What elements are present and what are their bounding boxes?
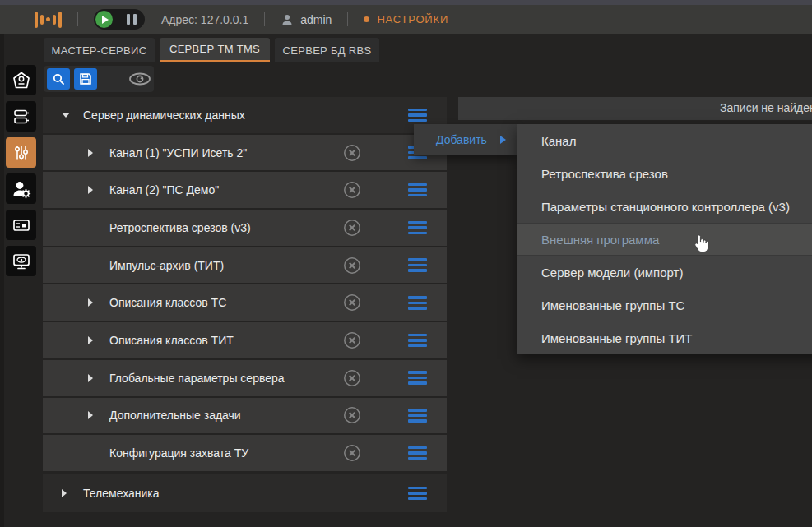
sidebar-item-card[interactable] xyxy=(6,210,36,240)
tab-master-service[interactable]: МАСТЕР-СЕРВИС xyxy=(44,38,155,62)
divider xyxy=(77,12,78,26)
expand-arrow-icon[interactable] xyxy=(88,411,95,419)
row-menu-icon[interactable] xyxy=(408,183,427,197)
row-menu-icon[interactable] xyxy=(408,371,427,385)
delete-button[interactable] xyxy=(343,294,361,312)
row-menu-icon[interactable] xyxy=(408,221,427,235)
eye-icon xyxy=(128,72,152,86)
add-submenu: Канал Ретроспектива срезов Параметры ста… xyxy=(517,124,812,354)
expand-arrow-icon[interactable] xyxy=(62,489,69,497)
tree-row-ts-classes[interactable]: Описания классов ТС xyxy=(43,284,447,322)
config-tree: Сервер динамических данных Канал (1) "УС… xyxy=(43,97,447,512)
menu-item-label: Канал xyxy=(541,134,576,148)
row-menu-icon[interactable] xyxy=(408,334,427,348)
settings-link[interactable]: НАСТРОЙКИ xyxy=(364,13,448,25)
expand-arrow-icon[interactable] xyxy=(88,149,95,157)
sidebar-item-servers[interactable] xyxy=(6,101,36,132)
server-stack-icon xyxy=(12,107,31,127)
tree-row-retrospective[interactable]: Ретроспектива срезов (v3) xyxy=(43,210,447,247)
delete-button[interactable] xyxy=(343,257,361,275)
divider xyxy=(347,12,348,26)
menu-item-external-program[interactable]: Внешняя программа xyxy=(517,223,812,256)
tree-row-label: Дополнительные задачи xyxy=(109,409,241,422)
tree-row-label: Сервер динамических данных xyxy=(83,109,245,122)
menu-item-label: Параметры станционного контроллера (v3) xyxy=(541,200,790,214)
delete-circle-icon xyxy=(343,144,361,162)
tab-server-bd-rbs[interactable]: СЕРВЕР БД RBS xyxy=(275,38,379,62)
menu-item-label: Именованные группы ТИТ xyxy=(541,331,693,345)
expand-arrow-icon[interactable] xyxy=(88,374,95,382)
sidebar-item-badge[interactable] xyxy=(6,65,36,95)
tree-row-label: Конфигурация захвата ТУ xyxy=(109,446,248,460)
tree-toolbar xyxy=(44,66,154,92)
delete-button[interactable] xyxy=(343,181,361,199)
tree-row-global-params[interactable]: Глобальные параметры сервера xyxy=(43,360,447,398)
delete-circle-icon xyxy=(343,444,361,462)
menu-item-model-server-import[interactable]: Сервер модели (импорт) xyxy=(517,256,812,289)
mouse-cursor-icon xyxy=(692,233,710,257)
tree-row-telemechanics[interactable]: Телемеханика xyxy=(43,474,447,512)
tree-row-impulse-archive[interactable]: Импульс-архив (ТИТ) xyxy=(43,247,447,285)
tab-label: СЕРВЕР ТМ TMS xyxy=(169,43,260,55)
tree-row-tit-classes[interactable]: Описания классов ТИТ xyxy=(43,322,447,360)
delete-button[interactable] xyxy=(343,331,361,349)
card-icon xyxy=(12,215,31,235)
sidebar-item-monitor[interactable] xyxy=(6,246,36,276)
menu-item-retrospective[interactable]: Ретроспектива срезов xyxy=(517,157,812,190)
expand-arrow-icon[interactable] xyxy=(88,336,95,344)
submenu-arrow-icon xyxy=(500,136,506,144)
menu-item-add[interactable]: Добавить xyxy=(436,133,487,146)
save-button[interactable] xyxy=(74,68,97,90)
row-menu-icon[interactable] xyxy=(408,446,427,460)
tree-row-label: Описания классов ТИТ xyxy=(109,334,234,347)
app-window: Адрес: 127.0.0.1 admin НАСТРОЙКИ МАСТЕР-… xyxy=(0,0,812,527)
search-button[interactable] xyxy=(47,68,70,90)
save-icon xyxy=(79,72,92,86)
expand-arrow-icon[interactable] xyxy=(88,186,95,194)
delete-circle-icon xyxy=(343,257,361,275)
menu-item-named-groups-ts[interactable]: Именованные группы ТС xyxy=(517,289,812,321)
row-menu-icon[interactable] xyxy=(408,109,427,123)
tree-row-label: Ретроспектива срезов (v3) xyxy=(109,221,251,234)
badge-icon xyxy=(12,71,31,90)
delete-button[interactable] xyxy=(343,144,361,162)
collapse-arrow-icon[interactable] xyxy=(62,113,69,118)
menu-item-named-groups-tit[interactable]: Именованные группы ТИТ xyxy=(517,321,812,354)
tab-server-tm-tms[interactable]: СЕРВЕР ТМ TMS xyxy=(160,38,270,62)
row-menu-icon[interactable] xyxy=(408,296,427,310)
tree-row-channel-1[interactable]: Канал (1) "УСПИ Исеть 2" xyxy=(43,135,447,173)
tree-row-channel-2[interactable]: Канал (2) "ПС Демо" xyxy=(43,172,447,210)
run-toggle[interactable] xyxy=(94,9,145,30)
delete-button[interactable] xyxy=(343,406,361,424)
play-icon[interactable] xyxy=(95,11,113,28)
delete-circle-icon xyxy=(343,406,361,424)
menu-item-channel[interactable]: Канал xyxy=(517,124,812,157)
context-menu: Добавить xyxy=(414,124,517,155)
tree-row-tu-capture-config[interactable]: Конфигурация захвата ТУ xyxy=(43,435,447,473)
menu-item-station-controller-params[interactable]: Параметры станционного контроллера (v3) xyxy=(517,190,812,223)
row-menu-icon[interactable] xyxy=(408,487,427,501)
expand-arrow-icon[interactable] xyxy=(88,298,95,307)
menu-item-label: Именованные группы ТС xyxy=(541,298,684,312)
tree-row-additional-tasks[interactable]: Дополнительные задачи xyxy=(43,398,447,436)
header-bar: Адрес: 127.0.0.1 admin НАСТРОЙКИ xyxy=(0,5,812,34)
sidebar-item-users[interactable] xyxy=(6,173,36,204)
row-menu-icon[interactable] xyxy=(408,409,427,423)
tree-row-label: Канал (1) "УСПИ Исеть 2" xyxy=(109,146,247,159)
menu-item-label: Внешняя программа xyxy=(541,233,659,247)
row-menu-icon[interactable] xyxy=(408,258,427,272)
tree-row-dynamic-data-server[interactable]: Сервер динамических данных xyxy=(43,97,447,135)
tree-row-label: Импульс-архив (ТИТ) xyxy=(109,259,224,272)
delete-button[interactable] xyxy=(343,369,361,387)
delete-button[interactable] xyxy=(343,444,361,462)
pause-icon[interactable] xyxy=(127,14,137,25)
delete-button[interactable] xyxy=(343,219,361,237)
no-records-text: Записи не найдены xyxy=(720,101,812,114)
visibility-toggle[interactable] xyxy=(128,72,152,86)
user-menu[interactable]: admin xyxy=(281,13,332,26)
sidebar-item-configuration[interactable] xyxy=(6,137,36,168)
tree-row-label: Телемеханика xyxy=(83,487,160,500)
delete-circle-icon xyxy=(343,331,361,349)
tab-label: СЕРВЕР БД RBS xyxy=(283,44,372,57)
menu-item-label: Сервер модели (импорт) xyxy=(541,266,683,280)
